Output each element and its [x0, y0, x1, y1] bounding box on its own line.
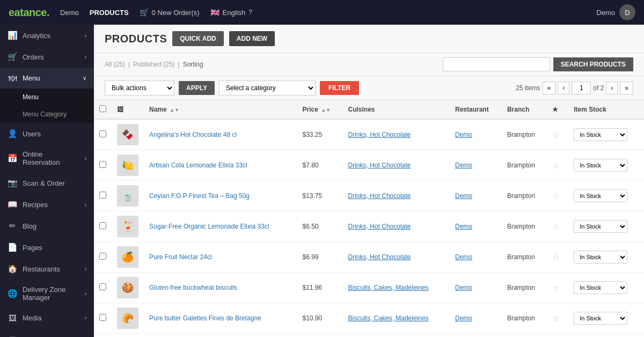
page-first-button[interactable]: «: [543, 82, 556, 94]
row-checkbox[interactable]: [94, 242, 112, 273]
row-checkbox[interactable]: [94, 150, 112, 181]
star-toggle[interactable]: ☆: [552, 314, 560, 323]
stock-select[interactable]: In StockOut of StockOn Backorder: [574, 281, 627, 294]
star-toggle[interactable]: ☆: [552, 130, 560, 140]
product-name-link[interactable]: Gluten-free buckwheat biscuits: [149, 284, 237, 291]
cuisine-link[interactable]: Biscuits, Cakes, Madeleines: [348, 284, 429, 291]
product-name-link[interactable]: Artisan Cola Lemonade Elixia 33cl: [149, 162, 247, 169]
row-star[interactable]: ☆: [547, 242, 568, 273]
logo[interactable]: eatance.: [9, 6, 49, 19]
row-star[interactable]: ☆: [547, 150, 568, 181]
sidebar-item-media[interactable]: 🖼 Media ›: [0, 307, 94, 328]
col-name[interactable]: Name ▲▼: [144, 100, 297, 119]
product-name-link[interactable]: Sugar-Free Organic Lemonade Elixia 33cl: [149, 223, 269, 230]
cuisine-link[interactable]: Drinks, Hot Chocolate: [348, 131, 411, 138]
restaurant-link[interactable]: Demo: [455, 314, 472, 322]
sidebar-item-scan-order[interactable]: 📷 Scan & Order: [0, 172, 94, 194]
sidebar-item-users[interactable]: 👤 Users: [0, 123, 94, 144]
sidebar-item-analytics[interactable]: 📊 Analytics ›: [0, 25, 94, 46]
row-star[interactable]: ☆: [547, 334, 568, 338]
language-area[interactable]: 🇬🇧 English ?: [210, 8, 252, 17]
search-button[interactable]: SEARCH PRODUCTS: [553, 57, 633, 71]
restaurant-link[interactable]: Demo: [455, 284, 472, 291]
nav-demo[interactable]: Demo: [60, 9, 79, 17]
row-cuisine: Biscuits, Cakes, Madeleines: [343, 273, 450, 303]
restaurant-link[interactable]: Demo: [455, 253, 472, 261]
sorting-filter[interactable]: Sorting: [183, 61, 203, 68]
add-new-button[interactable]: ADD NEW: [229, 31, 275, 46]
sidebar-sub-menu-category[interactable]: Menu Category: [0, 106, 94, 123]
row-star[interactable]: ☆: [547, 211, 568, 242]
restaurant-link[interactable]: Demo: [455, 192, 472, 200]
cuisine-link[interactable]: Biscuits, Cakes, Madeleines: [348, 314, 429, 322]
sidebar-item-pages[interactable]: 📄 Pages: [0, 237, 94, 258]
sidebar-item-blog[interactable]: ✏ Blog: [0, 215, 94, 237]
row-star[interactable]: ☆: [547, 119, 568, 150]
bulk-actions-select[interactable]: Bulk actions: [105, 80, 174, 96]
stock-select[interactable]: In StockOut of StockOn Backorder: [574, 220, 627, 233]
select-all-checkbox[interactable]: [99, 105, 106, 112]
nav-products[interactable]: PRODUCTS: [90, 9, 129, 17]
row-star[interactable]: ☆: [547, 303, 568, 334]
cuisine-link[interactable]: Drinks, Hot Chocolate: [348, 253, 411, 261]
category-select[interactable]: Select a category: [219, 80, 316, 96]
row-star[interactable]: ☆: [547, 273, 568, 303]
sidebar-item-menu[interactable]: 🍽 Menu ∨: [0, 68, 94, 89]
help-icon[interactable]: ?: [248, 9, 252, 16]
avatar[interactable]: D: [619, 4, 635, 20]
row-checkbox[interactable]: [94, 119, 112, 150]
filter-button[interactable]: FILTER: [320, 81, 359, 95]
page-last-button[interactable]: »: [620, 82, 633, 94]
page-next-button[interactable]: ›: [606, 82, 618, 94]
sidebar-item-restaurants[interactable]: 🏠 Restaurants ›: [0, 258, 94, 280]
sidebar-item-orders[interactable]: 🛒 Orders ›: [0, 46, 94, 68]
row-checkbox[interactable]: [94, 334, 112, 338]
product-name-link[interactable]: Ceylan F.O.P Finest Tea – Bag 50g: [149, 192, 250, 200]
row-checkbox[interactable]: [94, 303, 112, 334]
restaurants-icon: 🏠: [8, 264, 17, 274]
stock-select[interactable]: In StockOut of StockOn Backorder: [574, 189, 627, 202]
product-name-link[interactable]: Pure butter Galettes Fines de Bretagne: [149, 314, 261, 322]
star-toggle[interactable]: ☆: [552, 253, 560, 262]
product-name-link[interactable]: Angelina's Hot Chocolate 48 cl: [149, 131, 237, 138]
row-stock: In StockOut of StockOn Backorder: [568, 242, 644, 273]
cuisine-link[interactable]: Drinks, Hot Chocolate: [348, 162, 411, 169]
star-toggle[interactable]: ☆: [552, 283, 560, 292]
delivery-icon: 🌐: [8, 289, 17, 298]
star-toggle[interactable]: ☆: [552, 161, 560, 170]
stock-select[interactable]: In StockOut of StockOn Backorder: [574, 159, 627, 172]
col-price[interactable]: Price ▲▼: [297, 100, 342, 119]
star-toggle[interactable]: ☆: [552, 192, 560, 201]
cuisine-link[interactable]: Drinks, Hot Chocolate: [348, 223, 411, 230]
page-input[interactable]: [572, 82, 591, 94]
stock-select[interactable]: In StockOut of StockOn Backorder: [574, 312, 627, 325]
filter-bar: All (25) | Published (25) | Sorting SEAR…: [94, 53, 644, 76]
row-checkbox[interactable]: [94, 211, 112, 242]
stock-select[interactable]: In StockOut of StockOn Backorder: [574, 128, 627, 141]
cart-area[interactable]: 🛒 0 New Order(s): [140, 8, 200, 17]
page-prev-button[interactable]: ‹: [558, 82, 569, 94]
search-input[interactable]: [443, 57, 550, 71]
col-checkbox: [94, 100, 112, 119]
stock-select[interactable]: In StockOut of StockOn Backorder: [574, 251, 627, 263]
table-row: 🍹 Sugar-Free Organic Lemonade Elixia 33c…: [94, 211, 644, 242]
restaurant-link[interactable]: Demo: [455, 131, 472, 138]
sidebar-item-recipes[interactable]: 📖 Recipes ›: [0, 194, 94, 215]
sidebar-item-delivery-zone[interactable]: 🌐 Delivery Zone Manager ›: [0, 280, 94, 307]
row-checkbox[interactable]: [94, 273, 112, 303]
restaurant-link[interactable]: Demo: [455, 223, 472, 230]
published-filter[interactable]: Published (25): [133, 61, 174, 68]
apply-button[interactable]: APPLY: [179, 81, 215, 95]
row-checkbox[interactable]: [94, 181, 112, 211]
restaurant-link[interactable]: Demo: [455, 162, 472, 169]
all-filter[interactable]: All (25): [105, 61, 125, 68]
sidebar-item-online-reservation[interactable]: 📅 Online Reservation ›: [0, 144, 94, 172]
product-name-link[interactable]: Pure Fruit Nectar 24cl: [149, 253, 212, 261]
cuisine-link[interactable]: Drinks, Hot Chocolate: [348, 192, 411, 200]
sidebar-sub-menu[interactable]: Menu: [0, 89, 94, 106]
star-toggle[interactable]: ☆: [552, 222, 560, 231]
row-star[interactable]: ☆: [547, 181, 568, 211]
quick-add-button[interactable]: QUICK ADD: [172, 31, 224, 46]
row-price: $6.50: [297, 211, 342, 242]
sidebar-item-contact[interactable]: ✉ Contact: [0, 328, 94, 337]
